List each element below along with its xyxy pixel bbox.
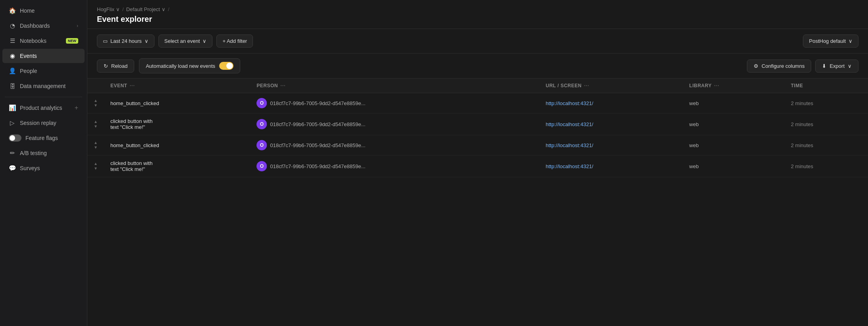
chevron-down-icon: › bbox=[77, 23, 78, 29]
avatar: O bbox=[257, 119, 267, 129]
posthog-default-button[interactable]: PostHog default ∨ bbox=[803, 35, 858, 48]
library-cell: web bbox=[683, 113, 785, 135]
time-cell: 2 minutes bbox=[785, 135, 868, 155]
breadcrumb-label: HogFlix bbox=[97, 6, 114, 12]
toolbar-right: PostHog default ∨ bbox=[803, 35, 858, 48]
table-row[interactable]: ▲▼clicked button withtext "Click me!"O01… bbox=[87, 113, 868, 135]
person-id: 018cf7c7-99b6-7005-9dd2-d547e8859e... bbox=[270, 121, 365, 127]
time-filter-label: Last 24 hours bbox=[110, 38, 142, 44]
sidebar-item-feature-flags[interactable]: Feature flags bbox=[2, 131, 85, 145]
event-select-button[interactable]: Select an event ∨ bbox=[158, 35, 213, 48]
breadcrumb-hogflix[interactable]: HogFlix ∨ bbox=[97, 6, 120, 12]
row-expand-cell: ▲▼ bbox=[87, 113, 104, 135]
toolbar-filters: ▭ Last 24 hours ∨ Select an event ∨ + Ad… bbox=[87, 29, 868, 54]
person-cell: O018cf7c7-99b6-7005-9dd2-d547e8859e... bbox=[250, 113, 539, 135]
url-cell: http://localhost:4321/ bbox=[539, 155, 683, 177]
breadcrumb-project[interactable]: Default Project ∨ bbox=[126, 6, 166, 12]
avatar: O bbox=[257, 161, 267, 171]
time-cell: 2 minutes bbox=[785, 113, 868, 135]
url-col-options[interactable]: ··· bbox=[584, 82, 589, 89]
chevron-down-icon: ∨ bbox=[162, 6, 166, 12]
sidebar-item-people[interactable]: 👤 People bbox=[2, 64, 85, 78]
th-url: URL / SCREEN ··· bbox=[539, 79, 683, 93]
breadcrumb-label: Default Project bbox=[126, 6, 160, 12]
url-cell: http://localhost:4321/ bbox=[539, 135, 683, 155]
table-header-row: EVENT ··· PERSON ··· URL / SCREEN bbox=[87, 79, 868, 93]
library-value: web bbox=[689, 163, 699, 169]
sidebar-item-data-management[interactable]: 🗄 Data management bbox=[2, 79, 85, 93]
sidebar-item-product-analytics[interactable]: 📊 Product analytics + bbox=[2, 101, 85, 115]
events-icon: ◉ bbox=[9, 52, 16, 59]
library-value: web bbox=[689, 100, 699, 106]
expand-button[interactable]: ▲▼ bbox=[94, 141, 98, 150]
table-row[interactable]: ▲▼home_button_clickedO018cf7c7-99b6-7005… bbox=[87, 135, 868, 155]
person-id: 018cf7c7-99b6-7005-9dd2-d547e8859e... bbox=[270, 142, 365, 148]
page-title: Event explorer bbox=[97, 15, 858, 24]
expand-button[interactable]: ▲▼ bbox=[94, 120, 98, 128]
configure-columns-label: Configure columns bbox=[762, 63, 804, 69]
sidebar-item-events[interactable]: ◉ Events bbox=[2, 49, 85, 63]
table-body: ▲▼home_button_clickedO018cf7c7-99b6-7005… bbox=[87, 93, 868, 177]
expand-button[interactable]: ▲▼ bbox=[94, 162, 98, 171]
person-col-options[interactable]: ··· bbox=[280, 82, 285, 89]
library-col-options[interactable]: ··· bbox=[714, 82, 719, 89]
sidebar-item-session-replay[interactable]: ▷ Session replay bbox=[2, 116, 85, 130]
sidebar-divider bbox=[5, 97, 82, 97]
url-value: http://localhost:4321/ bbox=[546, 163, 593, 169]
time-cell: 2 minutes bbox=[785, 93, 868, 113]
people-icon: 👤 bbox=[9, 67, 16, 75]
th-time: TIME bbox=[785, 79, 868, 93]
url-value: http://localhost:4321/ bbox=[546, 121, 593, 127]
export-icon: ⬇ bbox=[822, 63, 826, 69]
table-row[interactable]: ▲▼clicked button withtext "Click me!"O01… bbox=[87, 155, 868, 177]
chevron-down-icon: ∨ bbox=[203, 38, 206, 44]
th-person-label: PERSON bbox=[257, 83, 278, 88]
add-icon[interactable]: + bbox=[75, 104, 78, 111]
sidebar-item-notebooks[interactable]: ☰ Notebooks NEW bbox=[2, 34, 85, 48]
time-cell: 2 minutes bbox=[785, 155, 868, 177]
sidebar-item-surveys[interactable]: 💬 Surveys bbox=[2, 161, 85, 175]
chevron-down-icon: ∨ bbox=[849, 38, 853, 44]
reload-icon: ↻ bbox=[104, 63, 108, 69]
notebooks-icon: ☰ bbox=[9, 37, 16, 44]
th-library-label: LIBRARY bbox=[689, 83, 712, 88]
chevron-down-icon: ∨ bbox=[848, 63, 852, 69]
table-row[interactable]: ▲▼home_button_clickedO018cf7c7-99b6-7005… bbox=[87, 93, 868, 113]
data-management-icon: 🗄 bbox=[9, 82, 16, 90]
sidebar-item-ab-testing[interactable]: ✏ A/B testing bbox=[2, 146, 85, 160]
events-table: EVENT ··· PERSON ··· URL / SCREEN bbox=[87, 79, 868, 177]
calendar-icon: ▭ bbox=[103, 38, 108, 44]
add-filter-label: + Add filter bbox=[222, 38, 247, 44]
home-icon: 🏠 bbox=[9, 7, 16, 14]
surveys-icon: 💬 bbox=[9, 165, 16, 172]
reload-button[interactable]: ↻ Reload bbox=[97, 59, 134, 73]
posthog-default-label: PostHog default bbox=[809, 38, 846, 44]
expand-button[interactable]: ▲▼ bbox=[94, 99, 98, 107]
url-cell: http://localhost:4321/ bbox=[539, 93, 683, 113]
sidebar-item-dashboards[interactable]: ◔ Dashboards › bbox=[2, 19, 85, 33]
auto-load-toggle[interactable] bbox=[219, 62, 233, 70]
person-cell: O018cf7c7-99b6-7005-9dd2-d547e8859e... bbox=[250, 93, 539, 113]
sidebar-item-label: Notebooks bbox=[20, 38, 62, 44]
sidebar-item-home[interactable]: 🏠 Home bbox=[2, 4, 85, 18]
sidebar-item-label: People bbox=[20, 68, 78, 74]
th-event-label: EVENT bbox=[110, 83, 127, 88]
person-id: 018cf7c7-99b6-7005-9dd2-d547e8859e... bbox=[270, 163, 365, 169]
event-col-options[interactable]: ··· bbox=[129, 82, 135, 89]
dashboards-icon: ◔ bbox=[9, 22, 16, 29]
add-filter-button[interactable]: + Add filter bbox=[216, 35, 253, 48]
event-cell: clicked button withtext "Click me!" bbox=[104, 155, 250, 177]
th-person: PERSON ··· bbox=[250, 79, 539, 93]
time-filter-button[interactable]: ▭ Last 24 hours ∨ bbox=[97, 35, 154, 48]
configure-columns-button[interactable]: ⚙ Configure columns bbox=[747, 59, 811, 73]
events-table-container[interactable]: EVENT ··· PERSON ··· URL / SCREEN bbox=[87, 79, 868, 326]
time-value: 2 minutes bbox=[791, 100, 813, 106]
event-select-label: Select an event bbox=[164, 38, 200, 44]
sidebar-item-label: Product analytics bbox=[20, 105, 71, 111]
auto-load-container: Automatically load new events bbox=[139, 58, 240, 73]
time-value: 2 minutes bbox=[791, 121, 813, 127]
export-button[interactable]: ⬇ Export ∨ bbox=[815, 59, 858, 73]
row-expand-cell: ▲▼ bbox=[87, 155, 104, 177]
event-cell: home_button_clicked bbox=[104, 135, 250, 155]
configure-icon: ⚙ bbox=[754, 63, 758, 69]
